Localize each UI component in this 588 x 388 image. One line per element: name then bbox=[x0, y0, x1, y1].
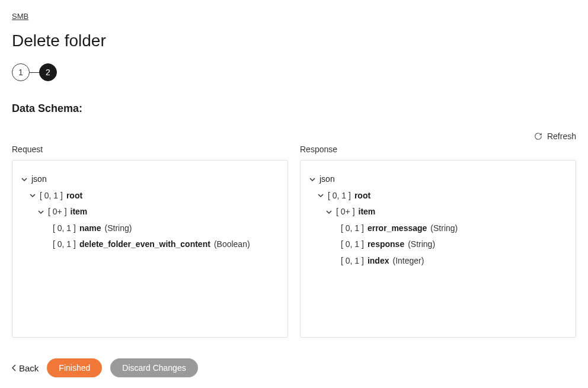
refresh-icon bbox=[534, 132, 542, 140]
chevron-down-icon bbox=[21, 177, 28, 182]
field-type: (Boolean) bbox=[214, 239, 250, 251]
cardinality: [ 0+ ] bbox=[336, 206, 355, 218]
chevron-down-icon bbox=[29, 193, 36, 198]
tree-row-root[interactable]: [ 0, 1 ] root bbox=[309, 188, 567, 204]
tree-row-item[interactable]: [ 0+ ] item bbox=[21, 204, 279, 220]
field-type: (Integer) bbox=[393, 255, 424, 267]
cardinality: [ 0, 1 ] bbox=[328, 190, 351, 202]
cardinality: [ 0, 1 ] bbox=[40, 190, 63, 202]
chevron-left-icon bbox=[12, 363, 17, 373]
tree-row-item[interactable]: [ 0+ ] item bbox=[309, 204, 567, 220]
field-name: delete_folder_even_with_content bbox=[79, 239, 210, 251]
cardinality: [ 0+ ] bbox=[48, 206, 67, 218]
tree-row-field[interactable]: [ 0, 1 ] error_message (String) bbox=[309, 220, 567, 237]
field-name: error_message bbox=[368, 223, 427, 235]
stepper: 1 2 bbox=[12, 63, 576, 81]
chevron-down-icon bbox=[317, 193, 324, 198]
tree-row-field[interactable]: [ 0, 1 ] index (Integer) bbox=[309, 253, 567, 270]
tree-row-json[interactable]: json bbox=[309, 171, 567, 188]
refresh-label: Refresh bbox=[547, 132, 576, 141]
chevron-down-icon bbox=[309, 177, 316, 182]
chevron-down-icon bbox=[325, 209, 333, 215]
cardinality: [ 0, 1 ] bbox=[341, 255, 364, 267]
field-type: (String) bbox=[105, 223, 132, 235]
request-label: Request bbox=[12, 145, 288, 154]
refresh-button[interactable]: Refresh bbox=[12, 132, 576, 141]
chevron-down-icon bbox=[37, 209, 44, 215]
tree-row-field[interactable]: [ 0, 1 ] response (String) bbox=[309, 236, 567, 253]
request-schema-box: json [ 0, 1 ] root [ 0+ ] item [ 0, 1 ] … bbox=[12, 160, 288, 338]
section-title: Data Schema: bbox=[12, 102, 576, 115]
page-title: Delete folder bbox=[12, 31, 576, 50]
tree-row-root[interactable]: [ 0, 1 ] root bbox=[21, 188, 279, 204]
field-name: name bbox=[79, 223, 101, 235]
finished-button[interactable]: Finished bbox=[47, 358, 102, 377]
breadcrumb-smb[interactable]: SMB bbox=[12, 12, 28, 21]
cardinality: [ 0, 1 ] bbox=[53, 223, 76, 235]
field-name: response bbox=[368, 239, 404, 251]
tree-row-json[interactable]: json bbox=[21, 171, 279, 188]
discard-changes-button[interactable]: Discard Changes bbox=[110, 358, 197, 377]
schema-columns: Request json [ 0, 1 ] root [ 0+ ] bbox=[12, 145, 576, 338]
tree-row-field[interactable]: [ 0, 1 ] name (String) bbox=[21, 220, 279, 237]
field-type: (String) bbox=[430, 223, 458, 235]
footer: Back Finished Discard Changes bbox=[12, 358, 198, 377]
back-button[interactable]: Back bbox=[12, 363, 39, 373]
cardinality: [ 0, 1 ] bbox=[341, 223, 364, 235]
field-type: (String) bbox=[408, 239, 435, 251]
field-name: index bbox=[368, 255, 389, 267]
step-connector bbox=[30, 72, 39, 73]
field-name: root bbox=[66, 190, 82, 202]
tree-label: json bbox=[319, 174, 335, 185]
field-name: item bbox=[359, 206, 376, 218]
response-column: Response json [ 0, 1 ] root [ 0+ ] bbox=[300, 145, 576, 338]
step-1[interactable]: 1 bbox=[12, 63, 30, 81]
response-schema-box: json [ 0, 1 ] root [ 0+ ] item [ 0, 1 ] … bbox=[300, 160, 576, 338]
tree-row-field[interactable]: [ 0, 1 ] delete_folder_even_with_content… bbox=[21, 236, 279, 253]
cardinality: [ 0, 1 ] bbox=[53, 239, 76, 251]
response-label: Response bbox=[300, 145, 576, 154]
step-2[interactable]: 2 bbox=[39, 63, 57, 81]
field-name: item bbox=[71, 206, 88, 218]
cardinality: [ 0, 1 ] bbox=[341, 239, 364, 251]
field-name: root bbox=[354, 190, 370, 202]
back-label: Back bbox=[19, 363, 39, 373]
request-column: Request json [ 0, 1 ] root [ 0+ ] bbox=[12, 145, 288, 338]
tree-label: json bbox=[31, 174, 47, 185]
